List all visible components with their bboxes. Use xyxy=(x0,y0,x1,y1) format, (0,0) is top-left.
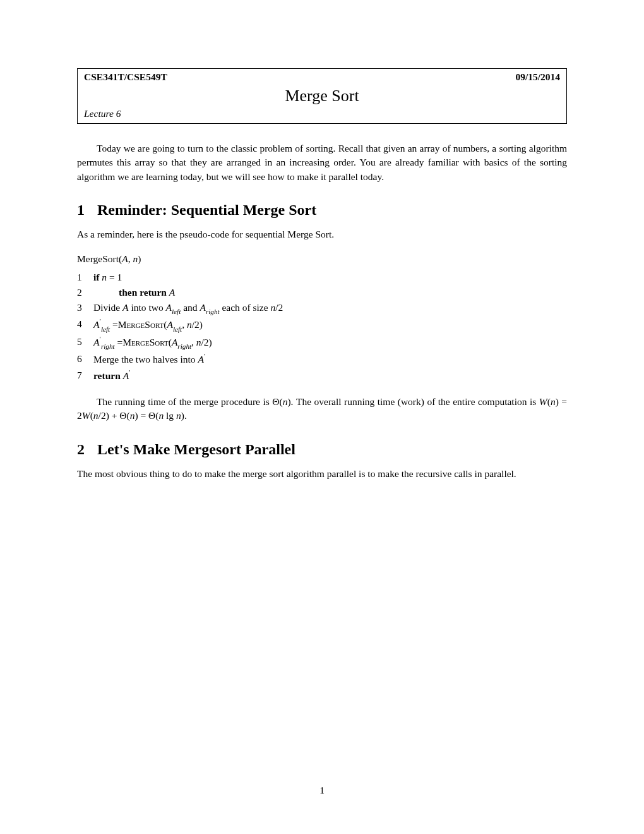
page-number: 1 xyxy=(0,785,644,796)
algo-text: Divide xyxy=(93,302,122,313)
intro-paragraph: Today we are going to turn to the classi… xyxy=(77,142,567,184)
algo-line-num: 7 xyxy=(77,368,93,384)
algo-line-num: 4 xyxy=(77,317,93,334)
course-code: CSE341T/CSE549T xyxy=(84,71,167,83)
section-1-number: 1 xyxy=(77,202,97,219)
section-2-title: Let's Make Mergesort Parallel xyxy=(97,441,295,457)
algo-text: and xyxy=(181,302,200,313)
algo-text: Merge the two halves into xyxy=(93,354,198,365)
algo-line-num: 3 xyxy=(77,300,93,317)
section-1-heading: 1Reminder: Sequential Merge Sort xyxy=(77,202,567,219)
section-1-title: Reminder: Sequential Merge Sort xyxy=(97,202,316,218)
algo-line-num: 1 xyxy=(77,270,93,285)
algo-line-7: 7 return A′ xyxy=(77,368,567,384)
algo-text: each of size xyxy=(220,302,271,313)
complexity-text-b: . The overall running time (work) of the… xyxy=(291,396,539,407)
algo-signature: MergeSort(A, n) xyxy=(77,253,567,265)
complexity-text-a: The running time of the merge procedure … xyxy=(97,396,272,407)
kw-then-return: then return xyxy=(119,287,167,298)
section-2-heading: 2Let's Make Mergesort Parallel xyxy=(77,441,567,458)
algo-line-3: 3 Divide A into two Aleft and Aright eac… xyxy=(77,300,567,317)
section-2-number: 2 xyxy=(77,441,97,458)
algo-line-6: 6 Merge the two halves into A′ xyxy=(77,351,567,367)
lecture-number: Lecture 6 xyxy=(78,108,566,123)
algo-block: 1 if n = 1 2 then return A 3 Divide A in… xyxy=(77,270,567,384)
algo-line-1: 1 if n = 1 xyxy=(77,270,567,285)
section-1-lead: As a reminder, here is the pseudo-code f… xyxy=(77,227,567,241)
complexity-paragraph: The running time of the merge procedure … xyxy=(77,395,567,423)
title-header-row: CSE341T/CSE549T 09/15/2014 xyxy=(78,69,566,83)
algo-line-num: 5 xyxy=(77,334,93,352)
algo-text: into two xyxy=(129,302,166,313)
algo-line-5: 5 A′right =MergeSort(Aright, n/2) xyxy=(77,334,567,352)
kw-if: if xyxy=(93,272,99,282)
algo-line-2: 2 then return A xyxy=(77,285,567,300)
algo-name-text: MergeSort xyxy=(77,253,119,264)
proc-name: MergeSort xyxy=(118,319,164,330)
document-title: Merge Sort xyxy=(78,83,566,108)
title-box: CSE341T/CSE549T 09/15/2014 Merge Sort Le… xyxy=(77,68,567,124)
proc-name: MergeSort xyxy=(122,337,168,348)
algo-line-num: 6 xyxy=(77,351,93,367)
page: CSE341T/CSE549T 09/15/2014 Merge Sort Le… xyxy=(0,0,644,834)
algo-line-num: 2 xyxy=(77,285,93,300)
kw-return: return xyxy=(93,370,121,381)
lecture-date: 09/15/2014 xyxy=(515,71,560,83)
section-2-body: The most obvious thing to do to make the… xyxy=(77,467,567,481)
algo-line-4: 4 A′left =MergeSort(Aleft, n/2) xyxy=(77,317,567,334)
